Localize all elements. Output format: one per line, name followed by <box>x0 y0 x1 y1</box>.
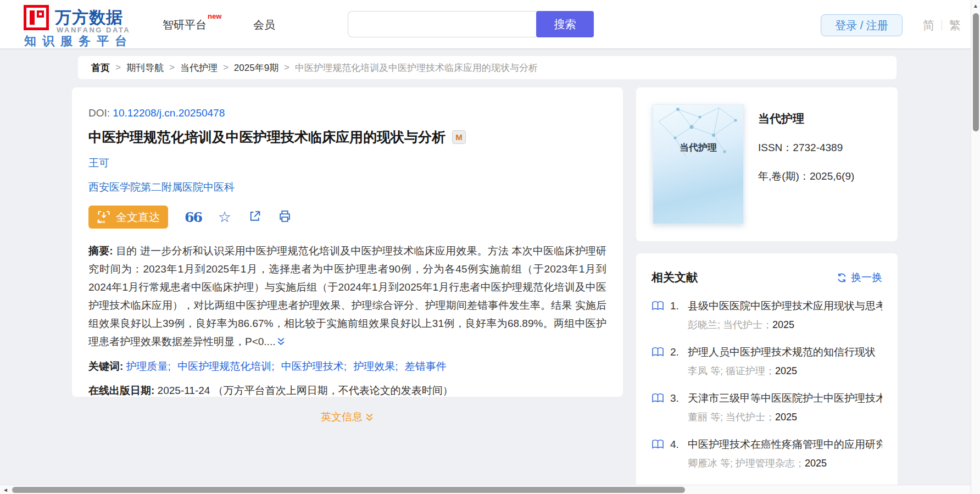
related-item-byline: 董丽 等; 当代护士； <box>688 412 775 423</box>
english-info-toggle[interactable]: 英文信息 <box>321 411 374 423</box>
keywords-row: 关键词: 护理质量; 中医护理规范化培训; 中医护理技术; 护理效果; 差错事件 <box>88 359 606 374</box>
journal-name[interactable]: 当代护理 <box>758 111 854 126</box>
lang-traditional[interactable]: 繁 <box>949 18 961 33</box>
abstract-label: 摘要: <box>88 245 113 257</box>
english-info-label: 英文信息 <box>321 411 363 423</box>
cover-network-art <box>653 105 743 165</box>
volume-label: 年,卷(期)： <box>758 170 810 182</box>
doi-label: DOI: <box>88 107 110 119</box>
related-item-title[interactable]: 县级中医医院中医护理技术应用现状与思考 <box>688 299 882 313</box>
keyword-separator: ; <box>395 360 398 372</box>
fulltext-button-label: 全文直达 <box>116 210 160 225</box>
refresh-label: 换一换 <box>851 270 882 285</box>
online-date-note: （万方平台首次上网日期，不代表论文的发表时间） <box>213 385 453 396</box>
related-articles-card: 相关文献 换一换 1. 县级中医医院中医护理技术应用现状与思考 彭晓兰; 当代护… <box>636 253 898 494</box>
fulltext-access-button[interactable]: free 全文直达 <box>88 206 168 229</box>
breadcrumb-journal-nav[interactable]: 期刊导航 <box>126 62 164 74</box>
favorite-star-icon[interactable]: ☆ <box>218 210 231 225</box>
related-item-byline: 彭晓兰; 当代护士； <box>688 319 772 330</box>
share-icon[interactable] <box>248 209 261 225</box>
related-item: 1. 县级中医医院中医护理技术应用现状与思考 彭晓兰; 当代护士；2025 <box>652 299 882 331</box>
breadcrumb-journal[interactable]: 当代护理 <box>180 62 218 74</box>
volume-value: 2025,6(9) <box>810 170 854 182</box>
search-input[interactable] <box>348 11 536 37</box>
keyword-link[interactable]: 护理效果 <box>353 360 395 372</box>
keyword-link[interactable]: 中医护理技术 <box>281 360 344 372</box>
author-link[interactable]: 王可 <box>88 157 109 169</box>
author-row: 王可 <box>88 156 606 170</box>
book-icon <box>652 439 665 452</box>
related-item-title[interactable]: 护理人员中医护理技术规范的知信行现状 <box>688 345 876 359</box>
related-item-number: 1. <box>670 300 688 312</box>
book-icon <box>652 347 665 359</box>
online-date-value: 2025-11-24 <box>158 385 210 396</box>
cite-icon[interactable]: 66 <box>185 210 202 224</box>
logo-square-shape <box>37 10 44 18</box>
vertical-scrollbar-thumb[interactable] <box>973 13 979 131</box>
related-title: 相关文献 <box>652 270 698 285</box>
keyword-separator: ; <box>271 360 274 372</box>
affiliation-link[interactable]: 西安医学院第二附属医院中医科 <box>88 181 235 193</box>
related-item: 2. 护理人员中医护理技术规范的知信行现状 李凤 等; 循证护理；2025 <box>652 345 882 378</box>
affiliation-row: 西安医学院第二附属医院中医科 <box>88 180 606 195</box>
online-publish-date-row: 在线出版日期: 2025-11-24 （万方平台首次上网日期，不代表论文的发表时… <box>88 384 606 398</box>
abstract-expand-icon[interactable] <box>276 334 286 352</box>
search-bar: 搜索 <box>348 11 594 37</box>
keyword-link[interactable]: 护理质量 <box>126 360 168 372</box>
online-date-label: 在线出版日期: <box>88 385 154 396</box>
doi-link[interactable]: 10.12208/j.cn.20250478 <box>113 107 225 119</box>
english-info-expand-icon <box>365 413 374 425</box>
journal-volume-row: 年,卷(期)：2025,6(9) <box>758 169 854 184</box>
horizontal-scrollbar-thumb[interactable] <box>12 487 685 493</box>
breadcrumb-separator: > <box>284 62 289 73</box>
breadcrumb-separator: > <box>223 62 229 73</box>
keyword-separator: ; <box>168 360 171 372</box>
related-item-title[interactable]: 天津市三级甲等中医医院护士中医护理技术... <box>688 391 882 406</box>
article-title: 中医护理规范化培训及中医护理技术临床应用的现状与分析 <box>88 128 446 146</box>
related-item-year: 2025 <box>772 319 794 330</box>
refresh-related-button[interactable]: 换一换 <box>837 270 882 285</box>
related-item-byline: 李凤 等; 循证护理； <box>688 365 775 376</box>
related-item-byline: 卿雁冰 等; 护理管理杂志； <box>688 458 805 469</box>
journal-issn-row: ISSN：2732-4389 <box>758 141 854 155</box>
search-button[interactable]: 搜索 <box>536 11 594 37</box>
metrics-badge[interactable]: M <box>452 130 466 144</box>
lang-simplified[interactable]: 简 <box>923 18 934 33</box>
wanfang-logo-icon[interactable] <box>24 5 49 30</box>
vertical-scrollbar[interactable]: ▲ <box>971 0 980 494</box>
brand-subtitle: 知识服务平台 <box>24 33 133 49</box>
logo-bar-shape <box>30 10 35 25</box>
doi-row: DOI: 10.12208/j.cn.20250478 <box>88 107 606 119</box>
journal-cover[interactable]: 当代护理 <box>653 104 744 224</box>
title-row: 中医护理规范化培训及中医护理技术临床应用的现状与分析 M <box>88 128 606 146</box>
article-detail-card: DOI: 10.12208/j.cn.20250478 中医护理规范化培训及中医… <box>72 87 623 397</box>
article-actions: free 全文直达 66 ☆ <box>88 206 606 229</box>
nav-item-label: 智研平台 <box>163 19 207 31</box>
print-icon[interactable] <box>278 209 292 225</box>
issn-label: ISSN： <box>758 142 793 153</box>
keyword-separator: ; <box>344 360 347 372</box>
login-register-button[interactable]: 登录 / 注册 <box>821 14 903 36</box>
english-info-row: 英文信息 <box>88 410 606 425</box>
keyword-link[interactable]: 中医护理规范化培训 <box>177 360 271 372</box>
related-item: 4. 中医护理技术在癌性疼痛管理中的应用研究... 卿雁冰 等; 护理管理杂志；… <box>652 437 882 470</box>
nav-item-member[interactable]: 会员 <box>253 18 275 32</box>
related-item-year: 2025 <box>805 458 827 469</box>
breadcrumb-issue[interactable]: 2025年9期 <box>234 62 279 74</box>
related-item-year: 2025 <box>775 365 797 376</box>
site-header: 万方数据 WANFANG DATA 知识服务平台 智研平台 new 会员 搜索 … <box>0 0 980 48</box>
keyword-link[interactable]: 差错事件 <box>405 360 447 372</box>
journal-cover-title: 当代护理 <box>653 141 743 154</box>
abstract-block: 摘要: 目的 进一步分析和认识采用中医护理规范化培训及中医护理技术临床应用效果。… <box>88 242 606 352</box>
scroll-up-arrow-icon[interactable]: ▲ <box>973 3 978 9</box>
related-item-title[interactable]: 中医护理技术在癌性疼痛管理中的应用研究... <box>688 437 882 452</box>
nav-item-zhiyan-platform[interactable]: 智研平台 new <box>163 18 207 32</box>
breadcrumb-separator: > <box>115 62 121 73</box>
related-item: 3. 天津市三级甲等中医医院护士中医护理技术... 董丽 等; 当代护士；202… <box>652 391 882 424</box>
horizontal-scrollbar[interactable]: ◄ <box>0 485 980 494</box>
new-badge: new <box>208 12 221 20</box>
breadcrumb-home[interactable]: 首页 <box>91 62 110 74</box>
refresh-icon <box>837 273 847 283</box>
scroll-left-arrow-icon[interactable]: ◄ <box>3 487 8 493</box>
free-download-icon: free <box>97 210 111 224</box>
